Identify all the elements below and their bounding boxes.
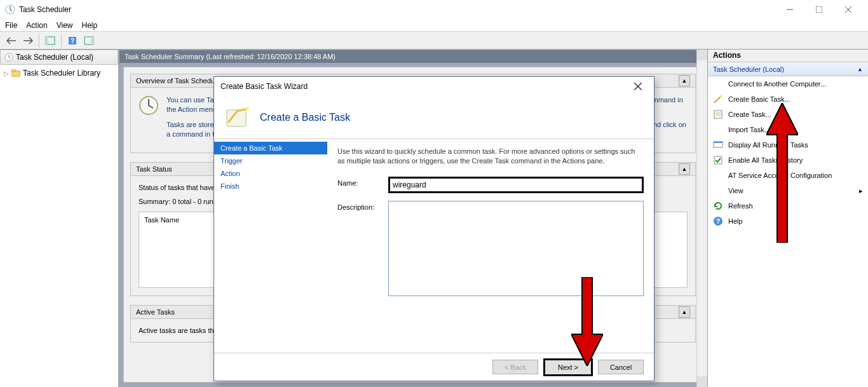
display-icon: [713, 140, 723, 150]
folder-library-icon: [11, 69, 20, 78]
name-input[interactable]: [388, 177, 644, 193]
wizard-close-button[interactable]: [628, 78, 648, 95]
submenu-arrow-icon: ▸: [859, 187, 863, 195]
action-item[interactable]: View▸: [708, 183, 868, 198]
svg-rect-1: [816, 6, 822, 13]
actions-sub-label: Task Scheduler (Local): [713, 65, 784, 73]
task-icon: [713, 109, 723, 119]
svg-point-12: [720, 95, 722, 97]
summary-header: Task Scheduler Summary (Last refreshed: …: [119, 50, 707, 63]
back-button[interactable]: [4, 34, 19, 48]
svg-rect-3: [46, 37, 48, 44]
wizard-step[interactable]: Finish: [214, 180, 327, 193]
action-item-label: Help: [728, 217, 743, 225]
overview-clock-icon: [139, 95, 159, 116]
action-item[interactable]: Enable All Tasks History: [708, 153, 868, 168]
menu-view[interactable]: View: [57, 21, 73, 30]
cancel-button[interactable]: Cancel: [598, 360, 644, 374]
overview-title: Overview of Task Scheduler: [136, 77, 222, 85]
action-item[interactable]: AT Service Account Configuration: [708, 168, 868, 183]
action-item[interactable]: Refresh: [708, 198, 868, 214]
scrollbar[interactable]: [696, 50, 707, 387]
wizard-intro: Use this wizard to quickly schedule a co…: [337, 147, 644, 166]
action-item-label: Refresh: [728, 202, 753, 210]
menu-file[interactable]: File: [5, 21, 17, 30]
task-name-label: Task Name: [144, 216, 179, 224]
task-status-title: Task Status: [136, 165, 172, 173]
description-label: Description:: [337, 201, 388, 211]
svg-rect-7: [91, 37, 93, 44]
clock-icon: [4, 53, 13, 62]
action-item-label: Display All Running Tasks: [728, 141, 808, 149]
create-basic-task-wizard: Create Basic Task Wizard Create a Basic …: [214, 76, 654, 381]
collapse-icon[interactable]: ▲: [679, 163, 690, 175]
tree-root[interactable]: Task Scheduler (Local): [0, 50, 118, 65]
wizard-title: Create Basic Task Wizard: [220, 82, 308, 91]
action-item-label: Connect to Another Computer...: [728, 80, 826, 88]
actions-pane: Actions Task Scheduler (Local) ▲ Connect…: [707, 50, 868, 387]
app-icon: [5, 4, 15, 15]
help-button[interactable]: ?: [65, 34, 80, 48]
menu-help[interactable]: Help: [82, 21, 98, 30]
close-button[interactable]: [834, 0, 863, 19]
show-action-pane-button[interactable]: [81, 34, 97, 48]
description-input[interactable]: [388, 201, 644, 296]
wizard-step[interactable]: Trigger: [214, 154, 327, 167]
svg-rect-15: [714, 142, 722, 143]
wizard-steps: Create a Basic TaskTriggerActionFinish: [214, 139, 327, 353]
tree-item-library[interactable]: ▷ Task Scheduler Library: [4, 67, 114, 79]
blank-icon: [713, 170, 723, 180]
blank-icon: [713, 186, 723, 196]
blank-icon: [713, 79, 723, 89]
active-tasks-title: Active Tasks: [136, 308, 175, 316]
wand-icon: [713, 94, 723, 104]
expand-icon[interactable]: ▷: [4, 70, 9, 77]
blank-icon: [713, 125, 723, 135]
next-button[interactable]: Next >: [543, 358, 593, 376]
action-item[interactable]: Connect to Another Computer...: [708, 76, 868, 92]
wizard-wand-icon: [224, 105, 250, 130]
wizard-step[interactable]: Action: [214, 167, 327, 180]
forward-button[interactable]: [20, 34, 36, 48]
wizard-content: Use this wizard to quickly schedule a co…: [327, 139, 654, 353]
window-title: Task Scheduler: [19, 5, 775, 14]
menu-bar: File Action View Help: [0, 19, 868, 32]
svg-point-20: [245, 107, 249, 111]
minimize-button[interactable]: [775, 0, 804, 19]
refresh-icon: [713, 201, 723, 211]
action-item-label: Import Task...: [728, 126, 770, 133]
actions-header: Actions: [708, 50, 868, 62]
help-icon: ?: [713, 216, 723, 226]
action-item[interactable]: Import Task...: [708, 122, 868, 137]
wizard-titlebar: Create Basic Task Wizard: [214, 77, 654, 96]
action-item-label: AT Service Account Configuration: [728, 172, 832, 179]
menu-action[interactable]: Action: [26, 21, 47, 30]
action-item-label: Enable All Tasks History: [728, 156, 803, 164]
toolbar: ?: [0, 32, 868, 50]
svg-text:?: ?: [71, 37, 74, 44]
action-item-label: Create Task...: [728, 111, 771, 118]
back-button[interactable]: < Back: [492, 360, 538, 374]
collapse-icon[interactable]: ▲: [857, 66, 863, 72]
action-item[interactable]: Display All Running Tasks: [708, 137, 868, 153]
navigation-tree: Task Scheduler (Local) ▷ Task Scheduler …: [0, 50, 119, 387]
action-item-label: Create Basic Task...: [728, 95, 790, 103]
wizard-step[interactable]: Create a Basic Task: [214, 142, 327, 154]
tree-root-label: Task Scheduler (Local): [16, 53, 93, 62]
wizard-footer: < Back Next > Cancel: [214, 353, 654, 381]
collapse-icon[interactable]: ▲: [679, 75, 690, 86]
action-item[interactable]: Create Basic Task...: [708, 92, 868, 107]
collapse-icon[interactable]: ▲: [679, 306, 690, 318]
name-label: Name:: [337, 177, 388, 187]
maximize-button[interactable]: [804, 0, 834, 19]
actions-subheader[interactable]: Task Scheduler (Local) ▲: [708, 62, 868, 76]
action-item[interactable]: Create Task...: [708, 107, 868, 122]
action-item[interactable]: ?Help: [708, 214, 868, 229]
svg-rect-10: [12, 70, 15, 72]
wizard-header: Create a Basic Task: [214, 96, 654, 139]
tree-item-label: Task Scheduler Library: [23, 69, 100, 78]
svg-rect-13: [714, 111, 722, 118]
enable-icon: [713, 155, 723, 165]
show-hide-tree-button[interactable]: [43, 34, 58, 48]
action-item-label: View: [728, 187, 743, 194]
